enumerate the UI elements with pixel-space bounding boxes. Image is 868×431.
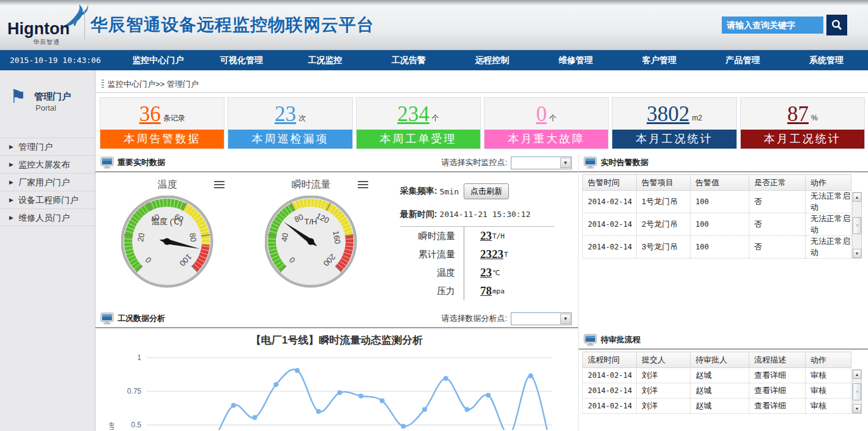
table-cell: 审核	[806, 399, 851, 414]
approvals-table-wrap: 流程时间提交人待审批人流程描述动作2014-02-14刘洋赵城查看详细审核201…	[582, 352, 862, 414]
sidebar-item-1[interactable]: ▶监控大屏发布	[0, 155, 95, 173]
realtime-value[interactable]: 2323	[480, 248, 503, 261]
nav-item-6[interactable]: 客户管理	[617, 55, 701, 66]
table-row-0[interactable]: 2014-02-14刘洋赵城查看详细审核	[583, 368, 851, 383]
scrollbar-thumb[interactable]: ≡	[853, 217, 861, 234]
chevron-down-icon[interactable]: ▼	[560, 314, 571, 324]
nav-item-0[interactable]: 监控中心门户	[116, 55, 200, 66]
table-cell: 2014-02-14	[583, 383, 637, 399]
main-area: 监控中心门户>> 管理门户 36条记录本周告警数据23次本周巡检漏项234个本周…	[95, 70, 868, 431]
table-cell: 2014-02-14	[583, 213, 637, 236]
search-input[interactable]	[722, 17, 823, 34]
sidebar: ⚑ 管理门户 Portal ▶管理门户▶监控大屏发布▶厂家用户门户▶设备工程师门…	[0, 70, 95, 431]
table-row-1[interactable]: 2014-02-14刘洋赵城查看详细审核	[583, 383, 851, 399]
stat-card-value[interactable]: 234	[398, 103, 430, 125]
logo-text: Hignton	[7, 20, 70, 39]
sidebar-item-label: 管理门户	[18, 142, 53, 152]
table-row-0[interactable]: 2014-02-141号龙门吊100否无法正常启动	[583, 191, 851, 213]
stat-card-unit: 次	[299, 113, 306, 123]
scroll-up-icon[interactable]: ▲	[853, 370, 861, 379]
main-navbar: 2015-10-19 10:43:06 监控中心门户可视化管理工况监控工况告警远…	[0, 50, 868, 70]
stat-card-value-area: 0个	[484, 98, 608, 130]
stat-card-unit: %	[811, 114, 818, 122]
scroll-down-icon[interactable]: ▼	[853, 249, 861, 258]
realtime-section-header: 重要实时数据 请选择实时监控点: ▼	[95, 154, 578, 172]
chevron-down-icon[interactable]: ▼	[560, 158, 571, 168]
table-header-row: 流程时间提交人待审批人流程描述动作	[583, 352, 851, 368]
nav-item-3[interactable]: 工况告警	[367, 55, 451, 66]
table-row-2[interactable]: 2014-02-143号龙门吊100否无法正常启动	[583, 236, 851, 259]
nav-item-7[interactable]: 产品管理	[701, 55, 785, 66]
sidebar-item-3[interactable]: ▶设备工程师门户	[0, 191, 95, 208]
chart-menu-icon[interactable]	[214, 181, 224, 188]
realtime-value[interactable]: 23	[480, 229, 492, 243]
scroll-up-icon[interactable]: ▲	[853, 193, 861, 202]
table-row-1[interactable]: 2014-02-142号龙门吊100否无法正常启动	[583, 213, 851, 236]
column-header-2: 待审批人	[691, 352, 749, 368]
table-cell: 100	[691, 236, 749, 259]
realtime-point-select[interactable]: ▼	[511, 157, 572, 169]
stat-card-unit: m2	[692, 114, 702, 122]
realtime-value-unit: T/H	[492, 232, 505, 240]
analysis-point-select[interactable]: ▼	[511, 312, 572, 325]
latest-time-label: 最新时间:	[400, 209, 437, 219]
table-cell: 查看详细	[749, 368, 806, 383]
table-cell: 2号龙门吊	[637, 213, 691, 236]
stat-card-value[interactable]: 0	[536, 103, 547, 125]
sidebar-item-4[interactable]: ▶维修人员门户	[0, 208, 95, 226]
sidebar-item-2[interactable]: ▶厂家用户门户	[0, 173, 95, 191]
realtime-value[interactable]: 78	[480, 284, 492, 298]
realtime-value-cell: 23T/H	[464, 227, 505, 245]
navbar-timestamp: 2015-10-19 10:43:06	[0, 56, 116, 65]
analysis-section-title: 工况数据分析	[117, 313, 165, 324]
nav-item-2[interactable]: 工况监控	[283, 55, 367, 66]
search-button[interactable]	[826, 15, 847, 35]
nav-item-4[interactable]: 远程控制	[450, 55, 534, 66]
stat-card-value[interactable]: 3802	[647, 103, 689, 125]
table-cell: 审核	[806, 368, 851, 383]
scrollbar-track[interactable]: ≡	[853, 202, 861, 249]
table-cell: 2014-02-14	[583, 236, 637, 259]
table-row-2[interactable]: 2014-02-14刘洋赵城查看详细审核	[583, 399, 851, 414]
stat-card-value[interactable]: 36	[139, 103, 161, 125]
stat-card-value-area: 87%	[741, 98, 864, 130]
column-header-3: 流程描述	[749, 352, 806, 368]
monitor-icon	[100, 157, 114, 169]
stat-card-value-area: 3802m2	[612, 98, 736, 130]
stat-card-label: 本月工况统计	[741, 130, 864, 149]
scrollbar-track[interactable]: ≡	[853, 379, 861, 404]
chart-menu-icon[interactable]	[358, 181, 368, 188]
nav-item-8[interactable]: 系统管理	[785, 55, 868, 66]
sidebar-header: ⚑ 管理门户 Portal	[0, 87, 95, 135]
realtime-value-label: 温度	[400, 267, 464, 279]
page-header: Hignton 华辰智通 华辰智通设备远程监控物联网云平台	[0, 0, 868, 50]
nav-item-5[interactable]: 维修管理	[534, 55, 618, 66]
column-header-0: 告警时间	[583, 175, 637, 191]
flag-icon: ⚑	[10, 89, 26, 105]
scrollbar-thumb[interactable]: ≡	[853, 383, 861, 400]
stat-card-1: 23次本周巡检漏项	[228, 97, 352, 149]
site-title: 华辰智通设备远程监控物联网云平台	[91, 13, 374, 37]
svg-text:0.5: 0.5	[131, 421, 141, 429]
stat-card-value[interactable]: 87	[787, 103, 809, 125]
gauge-1: 瞬时流量04080120160200T/H	[239, 172, 383, 310]
analysis-section-header: 工况数据分析 请选择数据分析点: ▼	[95, 310, 578, 328]
svg-text:40: 40	[279, 232, 289, 243]
left-column: 重要实时数据 请选择实时监控点: ▼ 温度020406080100温度 (℃)瞬…	[95, 154, 578, 431]
realtime-value[interactable]: 23	[480, 266, 492, 279]
realtime-select-label: 请选择实时监控点:	[441, 157, 507, 168]
stat-card-unit: 条记录	[163, 113, 185, 123]
sidebar-item-0[interactable]: ▶管理门户	[0, 138, 95, 155]
alarms-scrollbar[interactable]: ▲ ≡ ▼	[852, 192, 862, 259]
realtime-value-label: 累计流量	[400, 249, 464, 260]
nav-item-1[interactable]: 可视化管理	[200, 55, 284, 66]
monitor-icon	[584, 157, 597, 169]
scroll-down-icon[interactable]: ▼	[853, 404, 861, 413]
stat-card-value[interactable]: 23	[275, 103, 296, 125]
column-header-1: 告警项目	[637, 175, 691, 191]
realtime-value-row-3: 压力78mpa	[400, 282, 554, 300]
stat-card-0: 36条记录本周告警数据	[100, 97, 224, 149]
table-header-row: 告警时间告警项目告警值是否正常动作	[583, 175, 851, 191]
refresh-button[interactable]: 点击刷新	[464, 183, 509, 199]
approvals-scrollbar[interactable]: ▲ ≡ ▼	[852, 369, 862, 414]
